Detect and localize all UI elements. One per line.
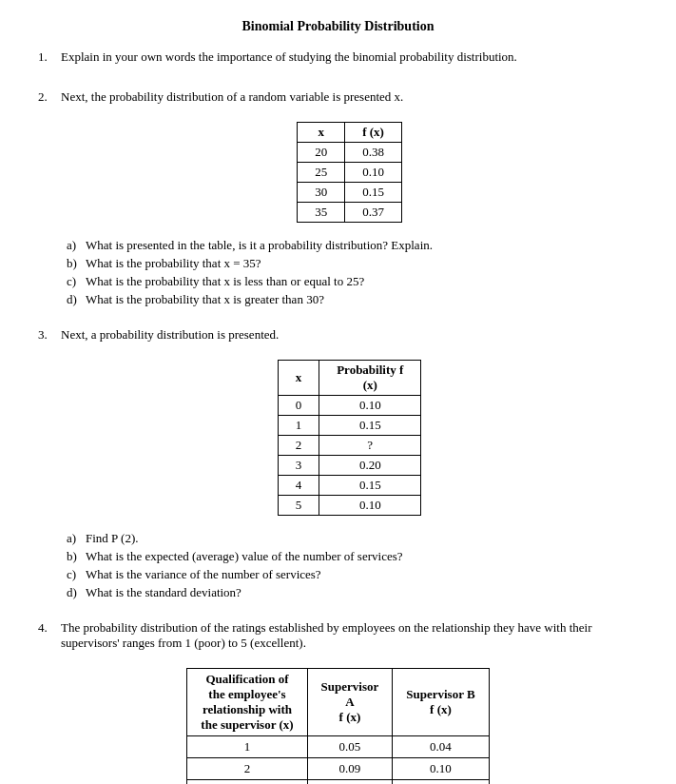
q3-sub-a-label: a) bbox=[67, 531, 82, 546]
q2-sub-c-label: c) bbox=[67, 274, 82, 289]
q2-table-wrapper: x f (x) 200.38250.10300.15350.37 bbox=[61, 122, 638, 223]
q3-sub-d-text: What is the standard deviation? bbox=[86, 585, 241, 600]
q1-number: 1. bbox=[38, 49, 55, 65]
q3-sub-c-label: c) bbox=[67, 567, 82, 582]
q3-sub-d-label: d) bbox=[67, 585, 82, 600]
q3-number: 3. bbox=[38, 327, 55, 343]
q2-col-fx: f (x) bbox=[345, 123, 402, 143]
table-row: 10.15 bbox=[278, 416, 421, 436]
q3-sub-b-label: b) bbox=[67, 549, 82, 564]
q4-table-wrapper: Qualification ofthe employee'srelationsh… bbox=[38, 668, 638, 784]
q3-text: Next, a probability distribution is pres… bbox=[61, 327, 638, 343]
table-row: 40.15 bbox=[278, 476, 421, 496]
table-row: 10.050.04 bbox=[187, 736, 489, 758]
q2-sub-b-text: What is the probability that x = 35? bbox=[86, 256, 261, 271]
q3-sub-c: c) What is the variance of the number of… bbox=[67, 567, 638, 582]
question-1: 1. Explain in your own words the importa… bbox=[38, 49, 638, 72]
questions-list: 1. Explain in your own words the importa… bbox=[38, 49, 638, 784]
q4-col-supB: Supervisor Bf (x) bbox=[393, 669, 489, 736]
table-row: 300.15 bbox=[298, 183, 402, 203]
table-row: 00.10 bbox=[278, 396, 421, 416]
question-3: 3. Next, a probability distribution is p… bbox=[38, 327, 638, 603]
question-2: 2. Next, the probability distribution of… bbox=[38, 89, 638, 310]
q4-col-qual: Qualification ofthe employee'srelationsh… bbox=[187, 669, 307, 736]
q2-sub-d-text: What is the probability that x is greate… bbox=[86, 292, 324, 307]
q2-sub-a: a) What is presented in the table, is it… bbox=[67, 238, 638, 253]
q2-sub-b-label: b) bbox=[67, 256, 82, 271]
q4-number: 4. bbox=[38, 620, 55, 651]
q3-sub-a: a) Find P (2). bbox=[67, 531, 638, 546]
page-title: Binomial Probability Distribution bbox=[38, 19, 638, 34]
table-row: 250.10 bbox=[298, 163, 402, 183]
q3-subquestions: a) Find P (2). b) What is the expected (… bbox=[38, 531, 638, 603]
table-row: 200.38 bbox=[298, 143, 402, 163]
q2-sub-a-label: a) bbox=[67, 238, 82, 253]
q2-number: 2. bbox=[38, 89, 55, 105]
q3-table-wrapper: x Probability f(x) 00.1010.152?30.2040.1… bbox=[61, 360, 638, 516]
q3-sub-d: d) What is the standard deviation? bbox=[67, 585, 638, 600]
q2-sub-c: c) What is the probability that x is les… bbox=[67, 274, 638, 289]
question-4: 4. The probability distribution of the r… bbox=[38, 620, 638, 784]
q2-col-x: x bbox=[298, 123, 345, 143]
q2-sub-a-text: What is presented in the table, is it a … bbox=[86, 238, 433, 253]
q2-sub-b: b) What is the probability that x = 35? bbox=[67, 256, 638, 271]
table-row: 30.20 bbox=[278, 456, 421, 476]
q2-sub-c-text: What is the probability that x is less t… bbox=[86, 274, 364, 289]
q4-table: Qualification ofthe employee'srelationsh… bbox=[186, 668, 489, 784]
q4-col-supA: SupervisorAf (x) bbox=[307, 669, 393, 736]
q3-sub-a-text: Find P (2). bbox=[86, 531, 139, 546]
table-row: 30.030.12 bbox=[187, 780, 489, 785]
table-row: 350.37 bbox=[298, 203, 402, 223]
q3-col-prob: Probability f(x) bbox=[319, 361, 421, 396]
q3-sub-b-text: What is the expected (average) value of … bbox=[86, 549, 403, 564]
q2-subquestions: a) What is presented in the table, is it… bbox=[38, 238, 638, 310]
q3-col-x: x bbox=[278, 361, 319, 396]
table-row: 2? bbox=[278, 436, 421, 456]
q2-sub-d: d) What is the probability that x is gre… bbox=[67, 292, 638, 307]
q2-sub-d-label: d) bbox=[67, 292, 82, 307]
table-row: 20.090.10 bbox=[187, 758, 489, 780]
table-row: 50.10 bbox=[278, 496, 421, 516]
q2-text: Next, the probability distribution of a … bbox=[61, 89, 638, 105]
q3-sub-c-text: What is the variance of the number of se… bbox=[86, 567, 321, 582]
q3-table: x Probability f(x) 00.1010.152?30.2040.1… bbox=[278, 360, 422, 516]
q3-sub-b: b) What is the expected (average) value … bbox=[67, 549, 638, 564]
q4-text: The probability distribution of the rati… bbox=[61, 620, 638, 651]
q1-text: Explain in your own words the importance… bbox=[61, 49, 638, 65]
q2-table: x f (x) 200.38250.10300.15350.37 bbox=[297, 122, 402, 223]
